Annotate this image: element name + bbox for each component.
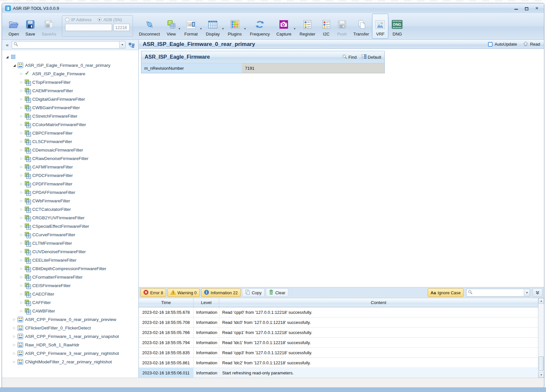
close-button[interactable]: × <box>534 6 539 10</box>
log-row[interactable]: 2023-02-16 18:55:05.835 Information Read… <box>139 348 538 358</box>
expander-icon[interactable]: ▷ <box>19 123 24 126</box>
expander-icon[interactable]: ▷ <box>19 284 24 287</box>
tree-item[interactable]: ▷ CAFMFirmwareFilter <box>2 163 138 171</box>
plugins-dropdown-icon[interactable]: ▼ <box>244 27 246 30</box>
tree-item[interactable]: ▷ CEELiteFirmwareFilter <box>2 256 138 264</box>
i2c-button[interactable]: I2C <box>319 14 334 39</box>
expander-icon[interactable]: ▷ <box>19 233 24 236</box>
ignore-case-button[interactable]: Aa Ignore Case <box>428 288 464 297</box>
tree-config-button[interactable] <box>128 41 136 49</box>
tree-item[interactable]: ▷ CFlickerDetFilter_0_FlickerDetect <box>2 324 138 332</box>
tree-item[interactable]: ▷ CEISFirmwareFilter <box>2 281 138 290</box>
log-row[interactable]: 2023-02-16 18:55:05.861 Information Read… <box>139 358 538 368</box>
expander-icon[interactable]: ▷ <box>19 89 24 92</box>
expander-icon[interactable]: ▷ <box>19 174 24 177</box>
warning-filter-button[interactable]: Warning 0 <box>167 288 200 297</box>
maximize-button[interactable] <box>524 6 529 10</box>
tree-item[interactable]: ▷ CLSCFirmwareFilter <box>2 137 138 146</box>
scrollbar-thumb[interactable] <box>539 356 544 371</box>
search-dropdown-icon[interactable]: ▼ <box>119 41 125 48</box>
tree-item[interactable]: ▷ CDemosaicFirmwareFilter <box>2 146 138 154</box>
expander-icon[interactable]: ▷ <box>19 225 24 228</box>
expander-icon[interactable]: ▷ <box>19 267 24 270</box>
expander-icon[interactable]: ▷ <box>12 360 17 363</box>
tree-item[interactable]: ▷ CColorMatrixFirmwareFilter <box>2 120 138 129</box>
parameter-value[interactable]: 7191 <box>242 63 384 73</box>
tree-item[interactable]: ▷ CUVDenoiseFirmwareFilter <box>2 247 138 256</box>
expander-icon[interactable]: ▷ <box>19 292 24 296</box>
capture-dropdown-icon[interactable]: ▼ <box>294 27 296 30</box>
expander-icon[interactable]: ▷ <box>19 131 24 135</box>
save-button[interactable]: Save <box>22 14 38 39</box>
frequency-button[interactable]: Frequency <box>247 14 273 39</box>
plugins-button[interactable]: Plugins <box>224 14 245 39</box>
log-row[interactable]: 2023-02-16 18:55:06.011 Information Star… <box>139 368 538 378</box>
expander-icon[interactable]: ▷ <box>12 326 17 329</box>
display-button[interactable]: Display <box>203 14 223 39</box>
expander-icon[interactable]: ▷ <box>19 182 24 185</box>
tree-item[interactable]: ▷ CWbFirmwareFilter <box>2 196 138 205</box>
tree-item[interactable]: ▷ CPDFFirmwareFilter <box>2 180 138 188</box>
expander-icon[interactable]: ▷ <box>19 191 24 194</box>
default-button[interactable]: 1 Default <box>361 54 381 60</box>
tree-item[interactable]: ▷ CStretchFirmwareFilter <box>2 112 138 120</box>
view-button[interactable]: View <box>163 14 180 39</box>
tree-item[interactable]: ▷ CFormatterFirmwareFilter <box>2 273 138 281</box>
open-button[interactable]: Open <box>5 14 22 39</box>
tree-item[interactable]: ▷ CTopFirmwareFilter <box>2 78 138 86</box>
vrf-button[interactable]: VRF <box>372 14 388 39</box>
tree-item[interactable]: ▷ CAEMFirmwareFilter <box>2 86 138 95</box>
column-header-content[interactable]: Content <box>219 298 538 307</box>
collapse-sidebar-button[interactable]: « <box>5 42 9 48</box>
expander-icon[interactable]: ▷ <box>19 140 24 143</box>
expander-icon[interactable]: ▷ <box>19 301 24 304</box>
expander-icon[interactable]: ▷ <box>19 199 24 202</box>
scroll-up-icon[interactable]: ▲ <box>539 298 544 304</box>
autoupdate-checkbox[interactable]: AutoUpdate <box>488 42 517 47</box>
tree-item[interactable]: ▷ CDigitalGainFirmwareFilter <box>2 95 138 103</box>
expander-icon[interactable]: ▷ <box>19 309 24 312</box>
transfer-button[interactable]: Transfer <box>350 14 372 39</box>
expander-icon[interactable]: ◢ <box>12 64 17 67</box>
log-scrollbar[interactable]: ▲ ▼ <box>538 298 544 378</box>
minimize-button[interactable] <box>513 6 519 10</box>
scrollbar-track[interactable] <box>539 304 544 372</box>
parameter-name[interactable]: m_nRevisionNumber <box>141 63 242 73</box>
tree-item[interactable]: ▷ CWBGainFirmwareFilter <box>2 103 138 112</box>
tree-item[interactable]: ▷ CPDAFFirmwareFilter <box>2 188 138 196</box>
capture-button[interactable]: Capture <box>273 14 295 39</box>
log-search-input[interactable] <box>473 289 524 296</box>
log-search-dropdown-icon[interactable]: ▼ <box>524 289 530 296</box>
tree-search-box[interactable]: ▼ <box>12 41 125 49</box>
display-dropdown-icon[interactable]: ▼ <box>222 27 224 30</box>
tree-item[interactable]: ▷ CNightModeFilter_2_rear_primary_nights… <box>2 357 138 366</box>
expander-icon[interactable]: ▷ <box>12 318 17 321</box>
expander-icon[interactable]: ▷ <box>19 258 24 262</box>
expander-icon[interactable]: ▷ <box>19 114 24 118</box>
expander-icon[interactable]: ▷ <box>19 241 24 245</box>
format-button[interactable]: 12 Format <box>181 14 201 39</box>
format-dropdown-icon[interactable]: ▼ <box>200 27 202 30</box>
log-search-box[interactable]: ▼ <box>466 289 530 297</box>
tree-item[interactable]: ▷ ASR_CPP_Firmware_3_rear_primary_nights… <box>2 349 138 357</box>
tree-item[interactable]: ▷ CBitDepthCompressionFirmwareFilter <box>2 264 138 273</box>
expander-icon[interactable]: ▷ <box>19 97 24 101</box>
tree-item[interactable]: ▷ Raw_HDR_Soft_1_RawHdr <box>2 341 138 349</box>
expander-icon[interactable]: ▷ <box>19 216 24 219</box>
tree-item[interactable]: ▷ CLTMFirmwareFilter <box>2 239 138 247</box>
read-button[interactable]: Read <box>523 41 540 48</box>
expander-icon[interactable]: ▷ <box>19 208 24 211</box>
tree-item[interactable]: ▷ CRawDenoiseFirmwareFilter <box>2 154 138 163</box>
expander-icon[interactable]: ▷ <box>19 157 24 160</box>
dng-button[interactable]: DNG DNG <box>388 14 406 39</box>
log-row[interactable]: 2023-02-16 18:55:05.678 Information Read… <box>139 307 538 317</box>
expander-icon[interactable]: ▷ <box>19 106 24 109</box>
tree-item[interactable]: ▷ CCurveFirmwareFilter <box>2 230 138 239</box>
error-filter-button[interactable]: Error 8 <box>140 288 166 297</box>
tree-item[interactable]: ▷ CPDCFirmwareFilter <box>2 171 138 180</box>
tree-item[interactable]: ◢ <box>2 52 138 61</box>
expander-icon[interactable]: ▷ <box>19 165 24 168</box>
expander-icon[interactable]: ▷ <box>19 148 24 152</box>
log-row[interactable]: 2023-02-16 18:55:05.708 Information Read… <box>139 317 538 327</box>
register-button[interactable]: Register <box>296 14 318 39</box>
